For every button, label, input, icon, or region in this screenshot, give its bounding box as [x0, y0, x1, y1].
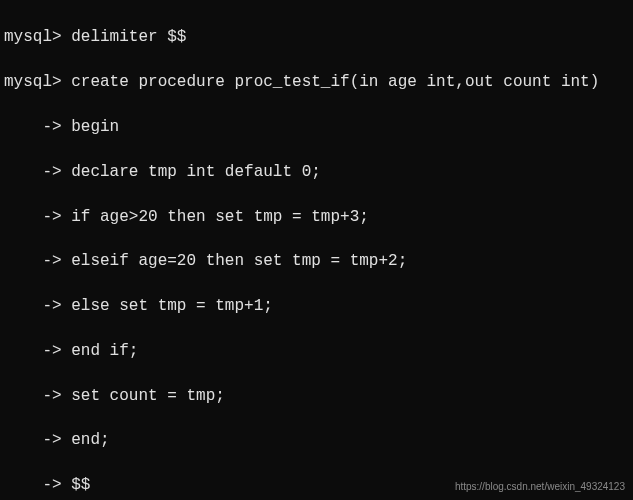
- terminal-line: -> end if;: [4, 340, 629, 362]
- terminal-line: mysql> delimiter $$: [4, 26, 629, 48]
- terminal-line: -> end;: [4, 429, 629, 451]
- terminal-output: mysql> delimiter $$ mysql> create proced…: [4, 4, 629, 500]
- watermark-text: https://blog.csdn.net/weixin_49324123: [455, 480, 625, 494]
- terminal-line: -> else set tmp = tmp+1;: [4, 295, 629, 317]
- terminal-line: -> declare tmp int default 0;: [4, 161, 629, 183]
- terminal-line: -> set count = tmp;: [4, 385, 629, 407]
- terminal-line: -> begin: [4, 116, 629, 138]
- terminal-line: -> elseif age=20 then set tmp = tmp+2;: [4, 250, 629, 272]
- terminal-line: -> if age>20 then set tmp = tmp+3;: [4, 206, 629, 228]
- terminal-line: mysql> create procedure proc_test_if(in …: [4, 71, 629, 93]
